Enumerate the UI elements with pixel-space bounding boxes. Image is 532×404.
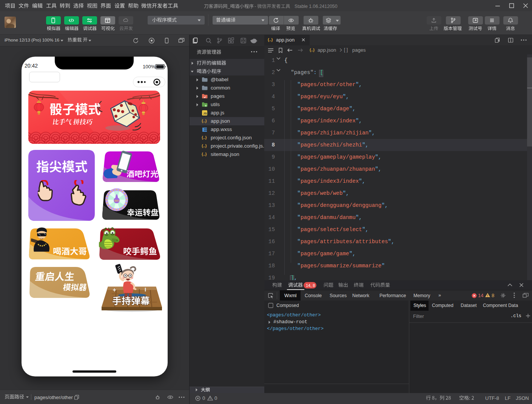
svg-text:GO: GO [114,199,119,202]
